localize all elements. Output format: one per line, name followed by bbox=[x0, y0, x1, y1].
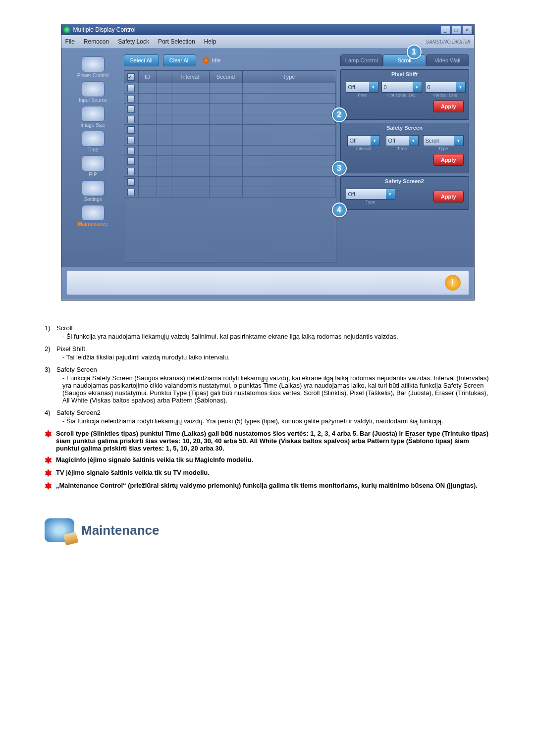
safety-screen-time-select[interactable]: Off bbox=[386, 135, 419, 146]
doc-body: 1) Scroll - Ši funkcija yra naudojama li… bbox=[45, 324, 490, 542]
sidebar-item-label: Image Size bbox=[80, 123, 105, 128]
col-type: Type bbox=[243, 71, 336, 83]
checkbox-icon[interactable] bbox=[127, 157, 135, 165]
safety-screen2-type-select[interactable]: Off bbox=[346, 189, 395, 200]
list-item: 2) Pixel Shift bbox=[45, 345, 490, 353]
sidebar-item-input-source[interactable]: Input Source bbox=[66, 81, 120, 103]
checkbox-icon[interactable] bbox=[127, 95, 135, 102]
info-icon: ! bbox=[445, 275, 461, 291]
sidebar-item-maintenance[interactable]: Maintenance bbox=[66, 205, 120, 227]
pixel-shift-vline-select[interactable]: 0 bbox=[425, 82, 466, 93]
section-heading: Maintenance bbox=[45, 518, 490, 542]
tab-video-wall[interactable]: Video Wall bbox=[426, 54, 469, 66]
idle-indicator: Idle bbox=[203, 57, 221, 63]
table-row[interactable] bbox=[124, 156, 336, 166]
chevron-down-icon bbox=[454, 136, 463, 146]
table-row[interactable] bbox=[124, 135, 336, 146]
checkbox-icon[interactable] bbox=[127, 189, 135, 196]
item-body: - Tai leidžia tiksliai pajudinti vaizdą … bbox=[62, 353, 490, 361]
sidebar-item-label: Maintenance bbox=[78, 222, 108, 227]
app-window: Multiple Display Control _ □ ✕ File Remo… bbox=[61, 24, 475, 301]
col-second: Second bbox=[210, 71, 243, 83]
sidebar-item-label: Power Control bbox=[77, 73, 108, 78]
sidebar-item-image-size[interactable]: Image Size bbox=[66, 106, 120, 128]
chevron-down-icon bbox=[369, 82, 378, 92]
table-row[interactable] bbox=[124, 104, 336, 114]
sub-label: Type bbox=[366, 200, 375, 204]
table-row[interactable] bbox=[124, 114, 336, 125]
sidebar-item-power-control[interactable]: Power Control bbox=[66, 56, 120, 78]
window-title: Multiple Display Control bbox=[73, 26, 136, 33]
chevron-down-icon bbox=[456, 82, 465, 92]
checkbox-icon[interactable] bbox=[127, 116, 135, 123]
safety-screen-apply-button[interactable]: Apply bbox=[433, 154, 464, 166]
table-row[interactable] bbox=[124, 177, 336, 187]
sub-label: Horizontal Dot bbox=[387, 93, 416, 98]
chevron-down-icon bbox=[386, 189, 395, 199]
checkbox-icon[interactable] bbox=[127, 137, 135, 144]
callout-1: 1 bbox=[407, 45, 422, 59]
star-text: Scroll type (Slinkties tipas) punktui Ti… bbox=[56, 430, 490, 452]
image-size-icon bbox=[82, 106, 105, 122]
menu-file[interactable]: File bbox=[65, 38, 75, 45]
pixel-shift-hdot-select[interactable]: 0 bbox=[381, 82, 422, 93]
select-all-button[interactable]: Select All bbox=[124, 54, 159, 66]
table-row[interactable] bbox=[124, 166, 336, 177]
star-note: ✱ „Maintenance Control“ (priežiūrai skir… bbox=[45, 482, 490, 491]
checkbox-icon[interactable] bbox=[127, 168, 135, 175]
star-icon: ✱ bbox=[45, 430, 52, 439]
brand-label: SAMSUNG DIGITall bbox=[426, 39, 470, 45]
item-body: - Ši funkcija yra naudojama liekamųjų va… bbox=[62, 333, 490, 340]
time-icon bbox=[82, 131, 105, 147]
sidebar-item-label: Input Source bbox=[79, 98, 107, 103]
minimize-icon[interactable]: _ bbox=[440, 25, 450, 34]
checkbox-icon[interactable] bbox=[127, 178, 135, 186]
titlebar: Multiple Display Control _ □ ✕ bbox=[61, 24, 474, 35]
table-row[interactable] bbox=[124, 146, 336, 156]
menu-remocon[interactable]: Remocon bbox=[84, 38, 109, 45]
chevron-down-icon bbox=[413, 82, 422, 92]
checkbox-icon[interactable] bbox=[127, 105, 135, 113]
checkbox-icon[interactable] bbox=[127, 73, 135, 81]
table-row[interactable] bbox=[124, 125, 336, 135]
group-title: Pixel Shift bbox=[391, 71, 418, 77]
menu-help[interactable]: Help bbox=[204, 38, 216, 45]
pixel-shift-apply-button[interactable]: Apply bbox=[433, 101, 464, 112]
star-text: TV įėjimo signalo šaltinis veikia tik su… bbox=[56, 469, 490, 476]
star-icon: ✱ bbox=[45, 469, 52, 478]
sidebar-item-label: Time bbox=[88, 148, 99, 152]
tabs: Lamp Control Scroll Video Wall 1 bbox=[340, 54, 469, 66]
sidebar-item-pip[interactable]: PIP bbox=[66, 155, 120, 177]
table-row[interactable] bbox=[124, 187, 336, 198]
clear-all-button[interactable]: Clear All bbox=[163, 54, 196, 66]
grid-rows bbox=[124, 83, 336, 198]
checkbox-icon[interactable] bbox=[127, 147, 135, 154]
item-number: 1) bbox=[45, 324, 54, 332]
maximize-icon[interactable]: □ bbox=[451, 25, 461, 34]
col-check[interactable] bbox=[124, 71, 139, 83]
idle-dot-icon bbox=[203, 57, 209, 63]
table-row[interactable] bbox=[124, 94, 336, 104]
safety-screen-interval-select[interactable]: Off bbox=[347, 135, 380, 146]
chevron-down-icon bbox=[409, 136, 418, 146]
menu-port-selection[interactable]: Port Selection bbox=[158, 38, 195, 45]
close-icon[interactable]: ✕ bbox=[462, 25, 472, 34]
callout-4: 4 bbox=[332, 202, 347, 217]
safety-screen-group: Safety Screen Off Interval Off Time Scro… bbox=[340, 123, 469, 173]
menu-safety-lock[interactable]: Safety Lock bbox=[118, 38, 149, 45]
safety-screen-type-select[interactable]: Scroll bbox=[423, 135, 464, 146]
pixel-shift-time-select[interactable]: Off bbox=[346, 82, 378, 93]
table-row[interactable] bbox=[124, 83, 336, 94]
sidebar-item-settings[interactable]: Settings bbox=[66, 180, 120, 202]
list-item: 1) Scroll bbox=[45, 324, 490, 332]
item-number: 4) bbox=[45, 409, 54, 416]
maintenance-icon bbox=[82, 205, 105, 221]
safety-screen2-apply-button[interactable]: Apply bbox=[433, 191, 464, 202]
checkbox-icon[interactable] bbox=[127, 126, 135, 134]
chevron-down-icon bbox=[371, 136, 379, 146]
item-title: Scroll bbox=[56, 324, 490, 332]
checkbox-icon[interactable] bbox=[127, 85, 135, 92]
item-number: 3) bbox=[45, 366, 54, 373]
tab-lamp-control[interactable]: Lamp Control bbox=[340, 54, 383, 66]
sidebar-item-time[interactable]: Time bbox=[66, 131, 120, 152]
